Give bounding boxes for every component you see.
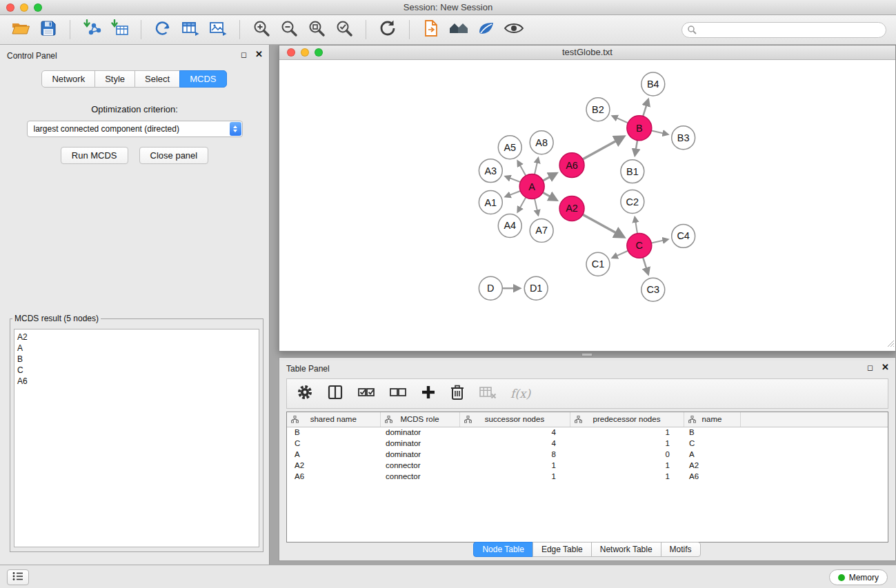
minimize-window-button[interactable] [20, 3, 28, 12]
tab-style[interactable]: Style [94, 70, 135, 88]
show-columns-button[interactable] [327, 384, 344, 403]
edge-A-A1[interactable] [506, 191, 520, 196]
node-B[interactable]: B [627, 116, 652, 141]
new-network-button[interactable] [152, 19, 174, 41]
result-item[interactable]: A6 [17, 376, 256, 387]
delete-table-button[interactable] [479, 385, 497, 402]
tab-select[interactable]: Select [135, 70, 180, 88]
criterion-dropdown[interactable]: largest connected component (directed) [27, 121, 243, 137]
tab-motifs[interactable]: Motifs [661, 542, 701, 557]
node-A2[interactable]: A2 [559, 196, 584, 221]
node-A1[interactable]: A1 [479, 191, 502, 214]
deselect-all-button[interactable] [389, 385, 407, 402]
zoom-fit-button[interactable] [306, 19, 328, 41]
edge-C-C2[interactable] [635, 218, 637, 234]
close-panel-button[interactable]: Close panel [139, 147, 209, 164]
table-cell[interactable]: 4 [459, 438, 570, 449]
open-session-button[interactable] [10, 19, 32, 41]
table-cell[interactable]: A2 [287, 460, 380, 471]
window-resize-grip[interactable] [886, 338, 895, 350]
table-cell[interactable]: A6 [684, 471, 740, 482]
zoom-view-button[interactable] [315, 48, 323, 57]
refresh-button[interactable] [377, 19, 399, 41]
edge-A2-C[interactable] [583, 214, 623, 236]
table-cell[interactable]: connector [380, 460, 459, 471]
table-cell[interactable]: A [287, 449, 380, 460]
tab-network-table[interactable]: Network Table [591, 542, 661, 557]
table-cell[interactable]: 1 [570, 460, 684, 471]
column-header-successor-nodes[interactable]: successor nodes [459, 412, 570, 427]
table-cell[interactable]: 1 [570, 427, 684, 438]
edge-A-A5[interactable] [518, 161, 526, 176]
edge-A6-B[interactable] [583, 137, 623, 159]
zoom-selected-button[interactable] [333, 19, 355, 41]
table-settings-button[interactable] [297, 384, 313, 403]
table-row[interactable]: Bdominator41B [287, 427, 888, 438]
node-C2[interactable]: C2 [621, 190, 644, 214]
close-view-button[interactable] [287, 48, 295, 57]
table-row[interactable]: A2connector11A2 [287, 460, 888, 471]
result-item[interactable]: A [17, 343, 256, 354]
table-cell[interactable]: 1 [570, 471, 684, 482]
zoom-out-button[interactable] [278, 19, 300, 41]
tab-edge-table[interactable]: Edge Table [532, 542, 592, 557]
node-C[interactable]: C [627, 233, 652, 258]
table-cell[interactable]: A6 [287, 471, 380, 482]
table-cell[interactable]: C [287, 438, 380, 449]
table-cell[interactable]: dominator [380, 449, 459, 460]
delete-column-button[interactable] [450, 384, 465, 403]
table-cell[interactable]: B [684, 427, 740, 438]
import-network-file-button[interactable] [81, 19, 103, 41]
table-cell[interactable]: A [684, 449, 740, 460]
home-button[interactable] [448, 19, 470, 41]
tab-network[interactable]: Network [41, 70, 95, 88]
edge-B-B4[interactable] [643, 100, 648, 116]
close-table-panel-icon[interactable]: ✕ [882, 363, 889, 372]
edge-A-A2[interactable] [543, 192, 556, 199]
node-C3[interactable]: C3 [641, 278, 665, 301]
table-cell[interactable]: 4 [459, 427, 570, 438]
tab-mcds[interactable]: MCDS [179, 70, 226, 88]
table-cell[interactable]: C [684, 438, 740, 449]
column-header-name[interactable]: name [684, 412, 740, 427]
edge-B-B2[interactable] [613, 116, 628, 123]
node-A8[interactable]: A8 [530, 131, 553, 154]
memory-button[interactable]: Memory [829, 569, 888, 585]
edge-C-C1[interactable] [613, 251, 628, 258]
table-cell[interactable]: A2 [684, 460, 740, 471]
node-D1[interactable]: D1 [524, 276, 548, 300]
node-A6[interactable]: A6 [559, 153, 584, 178]
table-cell[interactable]: 1 [459, 460, 570, 471]
edge-A-A4[interactable] [518, 197, 526, 212]
edge-A-A3[interactable] [506, 176, 520, 182]
column-header-mcds-role[interactable]: MCDS role [380, 412, 459, 427]
close-panel-icon[interactable]: ✕ [255, 50, 263, 59]
node-A4[interactable]: A4 [498, 214, 521, 237]
function-builder-button[interactable]: f(x) [510, 387, 530, 401]
edge-C-C3[interactable] [643, 258, 648, 274]
panel-divider-grip[interactable] [581, 353, 593, 356]
select-all-button[interactable] [357, 385, 375, 402]
zoom-in-button[interactable] [250, 19, 272, 41]
save-session-button[interactable] [37, 19, 59, 41]
node-D[interactable]: D [479, 276, 502, 300]
edge-A-A7[interactable] [535, 199, 538, 214]
float-panel-icon[interactable]: ◻ [241, 50, 247, 59]
edge-B-B1[interactable] [635, 141, 637, 155]
node-B4[interactable]: B4 [641, 72, 665, 96]
table-cell[interactable]: 1 [459, 471, 570, 482]
node-A[interactable]: A [519, 174, 544, 199]
task-history-button[interactable] [7, 569, 29, 585]
node-B3[interactable]: B3 [672, 126, 695, 150]
zoom-window-button[interactable] [34, 3, 42, 12]
table-row[interactable]: Cdominator41C [287, 438, 888, 449]
table-row[interactable]: A6connector11A6 [287, 471, 888, 482]
network-graph[interactable]: B4B2BB3A5A8A6A3B1AA1C2A2A4A7CC4C1C3DD1 [279, 61, 895, 351]
search-input[interactable] [681, 22, 886, 38]
node-A3[interactable]: A3 [479, 159, 502, 183]
show-hide-button[interactable] [503, 19, 525, 41]
node-C1[interactable]: C1 [586, 252, 610, 276]
node-A7[interactable]: A7 [530, 219, 553, 242]
run-mcds-button[interactable]: Run MCDS [61, 147, 128, 164]
node-B1[interactable]: B1 [621, 160, 644, 183]
